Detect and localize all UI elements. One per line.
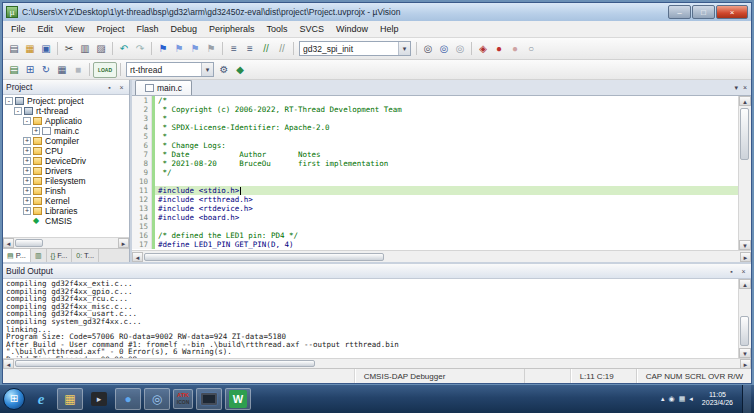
show-desktop-button[interactable] (742, 385, 751, 413)
panel-pin-icon[interactable]: ▪ (727, 268, 736, 275)
menu-window[interactable]: Window (330, 22, 374, 36)
expand-icon[interactable]: + (23, 147, 31, 155)
code-text[interactable]: /* defined the LED1 pin: PD4 */ (155, 231, 738, 240)
uncomment-icon[interactable]: // (274, 41, 290, 57)
scroll-right-icon[interactable]: ► (118, 238, 129, 248)
code-text[interactable]: * Copyright (c) 2006-2022, RT-Thread Dev… (155, 105, 738, 114)
target-select-combo[interactable]: rt-thread▾ (126, 62, 214, 77)
scroll-down-icon[interactable]: ▼ (739, 348, 751, 358)
scroll-thumb[interactable] (144, 253, 384, 261)
tab-list-icon[interactable]: ▾ (734, 84, 738, 92)
menu-view[interactable]: View (59, 22, 90, 36)
scroll-up-icon[interactable]: ▲ (739, 96, 751, 106)
code-text[interactable]: #include <rtthread.h> (155, 195, 738, 204)
find-text-combo[interactable]: gd32_spi_init▾ (299, 41, 411, 56)
editor-vscrollbar[interactable]: ▲ ▼ (738, 96, 751, 250)
bookmark-prev-icon[interactable]: ⚑ (171, 41, 187, 57)
taskbar-clock[interactable]: 11:05 2023/4/26 (697, 391, 738, 408)
scroll-thumb[interactable] (15, 239, 43, 247)
expand-icon[interactable]: + (23, 177, 31, 185)
tab-main-c[interactable]: main.c (135, 80, 192, 95)
redo-icon[interactable]: ↷ (132, 41, 148, 57)
bookmark-next-icon[interactable]: ⚑ (187, 41, 203, 57)
code-text[interactable] (155, 222, 738, 231)
stop-build-icon[interactable]: ■ (70, 62, 86, 78)
tree-item-cmsis[interactable]: ◆CMSIS (3, 216, 129, 226)
expand-icon[interactable]: + (23, 137, 31, 145)
scroll-track[interactable] (739, 106, 751, 240)
panel-tab-project[interactable]: ▤P... (3, 249, 31, 262)
collapse-icon[interactable]: - (5, 97, 13, 105)
collapse-icon[interactable]: - (23, 117, 31, 125)
scroll-right-icon[interactable]: ► (740, 359, 751, 369)
cut-icon[interactable]: ✂ (61, 41, 77, 57)
comment-icon[interactable]: // (258, 41, 274, 57)
code-text[interactable]: * Change Logs: (155, 141, 738, 150)
scroll-thumb[interactable] (15, 360, 315, 367)
editor-hscrollbar[interactable]: ◄ ► (132, 250, 751, 262)
atk-tool-icon[interactable]: ATKICON (173, 389, 193, 409)
tree-item-compiler[interactable]: +Compiler (3, 136, 129, 146)
app-blue-circle-icon[interactable]: ● (115, 388, 141, 410)
code-text[interactable]: #include <board.h> (155, 213, 738, 222)
collapse-icon[interactable]: - (14, 107, 22, 115)
expand-icon[interactable]: + (23, 187, 31, 195)
expand-icon[interactable]: + (32, 127, 40, 135)
chevron-down-icon[interactable]: ▾ (201, 63, 213, 76)
code-text[interactable] (155, 177, 738, 186)
panel-tab-books[interactable]: ▥ (31, 249, 47, 262)
scroll-track[interactable] (739, 289, 751, 348)
scroll-left-icon[interactable]: ◄ (132, 252, 143, 262)
code-text[interactable]: /* (155, 96, 738, 105)
network-icon[interactable]: ▦ (679, 395, 686, 403)
panel-close-icon[interactable]: × (739, 268, 748, 275)
menu-project[interactable]: Project (90, 22, 130, 36)
maximize-button[interactable]: □ (692, 5, 715, 19)
bookmark-clear-icon[interactable]: ⚑ (203, 41, 219, 57)
app-blue-swirl-icon[interactable]: ◎ (144, 388, 170, 410)
manage-runtime-env-icon[interactable]: ◆ (232, 62, 248, 78)
minimize-button[interactable]: – (668, 5, 691, 19)
green-w-app-icon[interactable]: W (225, 388, 251, 410)
build-hscrollbar[interactable]: ◄ ► (3, 358, 751, 368)
scroll-left-icon[interactable]: ◄ (3, 359, 14, 369)
translate-file-icon[interactable]: ▤ (6, 62, 22, 78)
indent-more-icon[interactable]: ≡ (242, 41, 258, 57)
undo-icon[interactable]: ↶ (116, 41, 132, 57)
scroll-right-icon[interactable]: ► (740, 252, 751, 262)
start-button[interactable]: ⊞ (3, 388, 25, 410)
panel-tab-functions[interactable]: {}F... (47, 249, 73, 262)
bookmark-toggle-icon[interactable]: ⚑ (155, 41, 171, 57)
menu-tools[interactable]: Tools (260, 22, 293, 36)
build-output-lines[interactable]: compiling gd32f4xx_exti.c...compiling gd… (3, 279, 738, 358)
expand-icon[interactable]: + (23, 197, 31, 205)
indent-less-icon[interactable]: ≡ (226, 41, 242, 57)
find-in-files-icon[interactable]: ◎ (420, 41, 436, 57)
menu-flash[interactable]: Flash (130, 22, 164, 36)
tree-item-filesystem[interactable]: +Filesystem (3, 176, 129, 186)
scroll-thumb[interactable] (740, 108, 749, 160)
tree-item-kernel[interactable]: +Kernel (3, 196, 129, 206)
scroll-thumb[interactable] (740, 316, 749, 346)
code-text[interactable]: #include <rtdevice.h> (155, 204, 738, 213)
tree-item-cpu[interactable]: +CPU (3, 146, 129, 156)
expand-icon[interactable]: + (23, 167, 31, 175)
tree-item-libraries[interactable]: +Libraries (3, 206, 129, 216)
panel-tab-templates[interactable]: 0:T... (72, 249, 99, 262)
tab-close-icon[interactable]: × (743, 84, 747, 92)
build-icon[interactable]: ⊞ (22, 62, 38, 78)
menu-edit[interactable]: Edit (32, 22, 60, 36)
kill-breakpoints-icon[interactable]: ○ (523, 41, 539, 57)
tree-item-rt-thread[interactable]: -rt-thread (3, 106, 129, 116)
copy-icon[interactable]: ▥ (77, 41, 93, 57)
code-text[interactable]: * 2021-08-20 BruceOu first implementatio… (155, 159, 738, 168)
menu-debug[interactable]: Debug (164, 22, 203, 36)
tree-item-devicedriv[interactable]: +DeviceDriv (3, 156, 129, 166)
tree-item-drivers[interactable]: +Drivers (3, 166, 129, 176)
paste-icon[interactable]: ▨ (93, 41, 109, 57)
panel-close-icon[interactable]: × (117, 84, 126, 91)
tray-app-1-icon[interactable]: ◉ (669, 395, 675, 403)
code-text[interactable]: * (155, 132, 738, 141)
serial-monitor-icon[interactable] (196, 388, 222, 410)
scroll-up-icon[interactable]: ▲ (739, 279, 751, 289)
